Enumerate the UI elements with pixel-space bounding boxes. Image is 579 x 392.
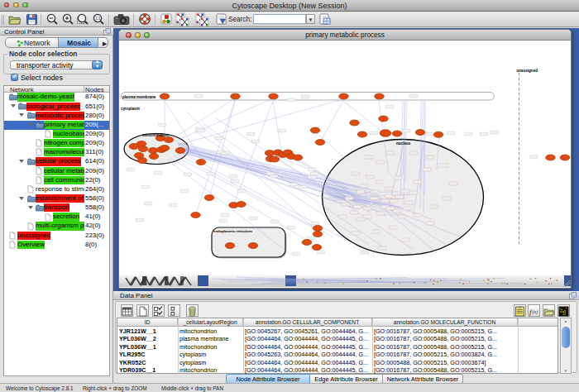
svg-text:(x): (x)	[533, 309, 538, 315]
svg-text:plasma membrane: plasma membrane	[122, 95, 156, 99]
svg-text:mitochondrion: mitochondrion	[142, 133, 169, 137]
svg-text:unassigned: unassigned	[517, 69, 538, 73]
svg-text:endoplasmic reticulum: endoplasmic reticulum	[213, 229, 252, 233]
svg-text:1:1: 1:1	[95, 17, 101, 21]
svg-text:cytoplasm: cytoplasm	[121, 107, 140, 111]
svg-text:nucleus: nucleus	[396, 141, 411, 146]
